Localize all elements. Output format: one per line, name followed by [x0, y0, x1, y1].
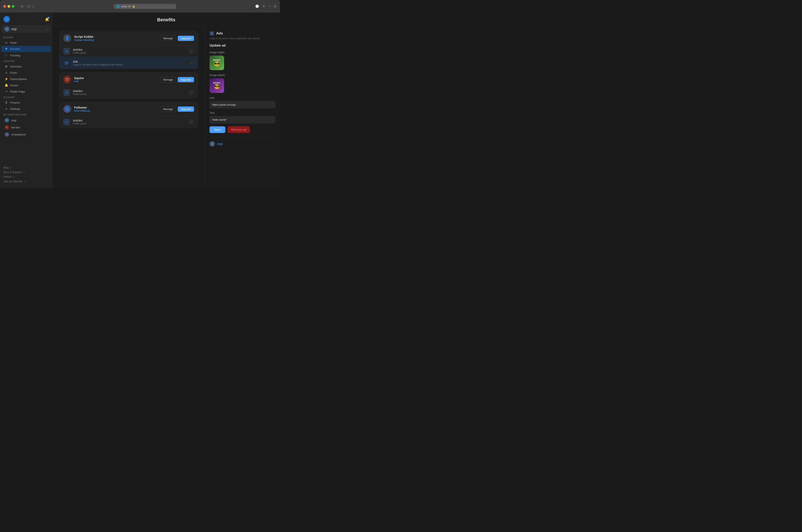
- sidebar-item-issues[interactable]: 🔔 Issues: [1, 82, 51, 88]
- subscription-item-emilwidlund[interactable]: E emilwidlund: [1, 131, 51, 138]
- footer-label: Blog: [3, 166, 8, 169]
- manage-button[interactable]: Manage: [160, 106, 176, 112]
- articles-icon: ≡: [63, 89, 70, 96]
- footer-link-discord[interactable]: Join our Discord ↗: [3, 179, 49, 184]
- sidebar-item-finance[interactable]: $ Finance: [1, 99, 51, 106]
- sidebar-item-subscriptions[interactable]: ⚡ Subscriptions: [1, 76, 51, 82]
- fullscreen-button[interactable]: [12, 5, 14, 8]
- sidebar-item-label: Public Page: [10, 90, 25, 93]
- sidebar-item-settings[interactable]: ≡ Settings: [1, 106, 51, 112]
- loading-icon: ◌: [32, 4, 35, 8]
- user-name: zegl: [11, 27, 44, 31]
- image-light-preview[interactable]: DEMO 😎: [209, 56, 224, 70]
- subscription-header-script-kiddie: 👤 Script Kiddie Gustav Westling Manage U…: [59, 31, 198, 45]
- user-selector[interactable]: Z zegl ⌄: [2, 25, 51, 33]
- notification-bell[interactable]: 🔔: [45, 17, 49, 21]
- link-field-label: Link: [209, 96, 275, 99]
- window-icon[interactable]: ⊞: [21, 5, 23, 8]
- image-dark-preview[interactable]: DEMO 😎: [209, 78, 224, 93]
- account-section-label: ACCOUNT: [0, 95, 52, 99]
- sidebar-item-overview[interactable]: ⊞ Overview: [1, 63, 51, 70]
- new-tab-icon[interactable]: +: [268, 4, 271, 8]
- footer-link-blog[interactable]: Blog ↗: [3, 165, 49, 170]
- manage-button[interactable]: Manage: [160, 36, 176, 41]
- content-area: 👤 Script Kiddie Gustav Westling Manage U…: [53, 26, 280, 188]
- back-icon[interactable]: ‹: [18, 5, 19, 8]
- sidebar-item-feed[interactable]: ∞ Feed: [1, 39, 51, 46]
- sidebar-item-benefits[interactable]: Benefits: [1, 46, 51, 52]
- footer-link-docs[interactable]: Docs & Support ↗: [3, 170, 49, 174]
- benefit-item-articles-3[interactable]: ≡ Articles Public posts →: [59, 116, 198, 128]
- tabs-icon[interactable]: ⊞: [274, 4, 277, 8]
- right-panel: Ads Logo in my demo repo (zegl/polar-ads…: [205, 26, 280, 188]
- subscription-block-script-kiddie: 👤 Script Kiddie Gustav Westling Manage U…: [59, 31, 198, 69]
- overview-icon: ⊞: [5, 65, 8, 68]
- arrow-icon: →: [188, 48, 194, 54]
- logo[interactable]: [3, 16, 10, 22]
- settings-icon: ≡: [5, 107, 8, 111]
- tab-icon[interactable]: ⊡: [27, 5, 30, 8]
- history-icon[interactable]: 🕐: [255, 4, 259, 8]
- sidebar-item-posts[interactable]: ≡ Posts: [1, 70, 51, 76]
- sidebar-item-funding[interactable]: ♡ Funding: [1, 52, 51, 58]
- panel-title-row: Ads: [209, 31, 275, 36]
- org-user: Emil Widlund: [74, 109, 157, 112]
- panel-user-row: Z zegl: [209, 139, 275, 148]
- sub-actions: Manage Upgrade: [160, 36, 194, 41]
- link-input[interactable]: [209, 101, 275, 108]
- demo-image-dark: DEMO 😎: [209, 78, 224, 93]
- upgrade-button[interactable]: Upgrade: [178, 77, 194, 82]
- sub-item-label: fief-dev: [11, 126, 20, 129]
- subscription-item-fief-dev[interactable]: F fief-dev: [1, 124, 51, 131]
- upgrade-button[interactable]: Upgrade: [178, 107, 194, 112]
- save-button[interactable]: Save: [209, 126, 225, 133]
- external-link-icon: ↗: [10, 167, 12, 169]
- panel-section-title: Update ad: [209, 44, 275, 48]
- demo-text-light: DEMO: [213, 59, 220, 61]
- benefit-desc: Public posts: [73, 122, 185, 125]
- main-content: Benefits 👤 Script Kiddie Gustav Westling: [53, 13, 280, 188]
- posts-icon: ≡: [5, 71, 8, 74]
- benefit-item-articles-1[interactable]: ≡ Articles Public posts →: [59, 45, 198, 57]
- site-icon: 🌐: [116, 5, 120, 8]
- svg-marker-2: [5, 48, 7, 50]
- minimize-button[interactable]: [7, 5, 10, 8]
- issues-icon: 🔔: [5, 83, 8, 87]
- subscription-header-follower: 👤 Follower Emil Widlund Manage Upgrade: [59, 102, 198, 116]
- benefit-item-ads-1[interactable]: Ads Logo in my demo repo (zegl/polar-ads…: [59, 57, 198, 69]
- sub-avatar-zegl: Z: [5, 118, 9, 122]
- sidebar-item-public-page[interactable]: ↗ Public Page: [1, 88, 51, 95]
- footer-label: GitHub: [3, 175, 12, 178]
- benefit-item-articles-2[interactable]: ≡ Articles Public posts →: [59, 87, 198, 98]
- panel-actions: Save Remove ad: [209, 126, 275, 133]
- footer-link-github[interactable]: GitHub ↗: [3, 174, 49, 179]
- sidebar-item-label: Issues: [10, 84, 18, 87]
- text-input[interactable]: [209, 116, 275, 124]
- external-link-icon: ↗: [23, 171, 25, 173]
- remove-ad-button[interactable]: Remove ad: [227, 126, 250, 133]
- footer-label: Join our Discord: [3, 180, 22, 183]
- manage-button[interactable]: Manage: [160, 77, 176, 82]
- creator-section-label: CREATOR: [0, 58, 52, 63]
- traffic-lights: [3, 5, 14, 8]
- nav-buttons: ‹ ⊞ › ⊡ ◌: [18, 4, 35, 8]
- share-icon[interactable]: ⬆: [263, 4, 265, 8]
- close-button[interactable]: [3, 5, 6, 8]
- benefit-info: Articles Public posts: [73, 119, 185, 125]
- sidebar-item-label: Benefits: [10, 48, 20, 51]
- user-avatar: Z: [4, 26, 10, 32]
- subscription-item-zegl[interactable]: Z zegl: [1, 117, 51, 124]
- upgrade-button[interactable]: Upgrade: [178, 36, 194, 41]
- notification-dot: [48, 17, 50, 19]
- subscription-header-squire: 🛡 Squire Fief Manage Upgrade: [59, 73, 198, 87]
- org-avatar-squire: 🛡: [63, 76, 71, 83]
- feed-icon: ∞: [5, 41, 8, 44]
- arrow-icon: →: [188, 90, 194, 95]
- backer-section-label: BACKER: [0, 35, 52, 39]
- url-text: polar.sh: [121, 5, 131, 8]
- url-display[interactable]: 🌐 polar.sh 🔒: [114, 4, 176, 9]
- funding-icon: ♡: [5, 54, 8, 57]
- ads-icon: [63, 60, 70, 66]
- forward-icon: ›: [25, 5, 26, 8]
- address-bar: 🌐 polar.sh 🔒: [37, 4, 253, 9]
